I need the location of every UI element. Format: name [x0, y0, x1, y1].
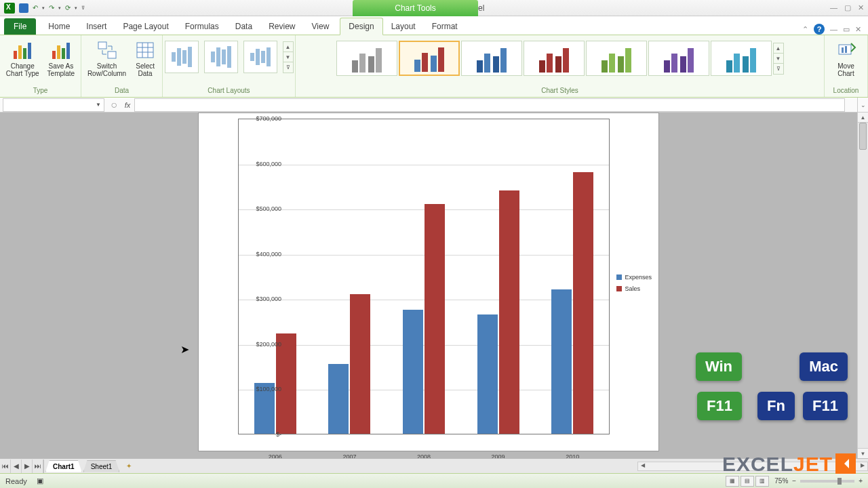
select-data-button[interactable]: Select Data — [133, 38, 157, 79]
change-chart-type-button[interactable]: Change Chart Type — [5, 38, 41, 79]
tab-format[interactable]: Format — [424, 18, 466, 35]
chart-style-1[interactable] — [336, 41, 397, 76]
cancel-formula-icon[interactable]: ○ — [107, 99, 121, 111]
refresh-icon[interactable]: ⟳ — [65, 4, 71, 12]
formula-expand-icon[interactable]: ⌄ — [857, 98, 868, 113]
scrollbar-thumb[interactable] — [859, 123, 867, 150]
minimize-button[interactable]: — — [830, 3, 837, 12]
tab-view[interactable]: View — [304, 18, 338, 35]
chart-layout-3[interactable] — [243, 41, 277, 73]
chart-bar-sales-2009[interactable] — [499, 190, 519, 434]
tab-review[interactable]: Review — [260, 18, 303, 35]
sheet-nav-first[interactable]: ⏮ — [0, 460, 11, 473]
svg-rect-1 — [108, 52, 116, 58]
doc-minimize-button[interactable]: — — [830, 25, 837, 33]
overlay-mac-badge: Mac — [800, 352, 848, 381]
doc-restore-button[interactable]: ▭ — [843, 25, 850, 34]
formula-input[interactable] — [134, 98, 845, 112]
save-icon[interactable] — [19, 3, 28, 13]
chart-style-6[interactable] — [648, 41, 709, 76]
maximize-button[interactable]: ▢ — [844, 3, 851, 12]
ribbon-minimize-icon[interactable]: ⌃ — [802, 25, 808, 34]
tab-data[interactable]: Data — [227, 18, 260, 35]
sheet-tab-sheet1[interactable]: Sheet1 — [83, 460, 120, 472]
view-buttons: ▦ ▤ ▥ — [726, 476, 769, 487]
zoom-slider[interactable] — [800, 480, 854, 483]
sheet-nav-next[interactable]: ▶ — [22, 460, 33, 473]
chart-object[interactable]: Expenses Sales $700,000$600,000$500,000$… — [198, 113, 659, 451]
zoom-out-button[interactable]: − — [792, 477, 796, 485]
chart-style-gallery: ▲▼⊽ — [335, 38, 785, 79]
y-axis-label: $300,000 — [246, 296, 281, 302]
formula-bar: ▼ ○ fx ⌄ — [0, 98, 868, 113]
doc-close-button[interactable]: ✕ — [855, 25, 861, 34]
view-normal-button[interactable]: ▦ — [726, 476, 739, 487]
help-icon[interactable]: ? — [814, 24, 825, 35]
view-page-break-button[interactable]: ▥ — [755, 476, 769, 487]
fx-icon[interactable]: fx — [121, 101, 134, 109]
move-chart-button[interactable]: Move Chart — [834, 38, 859, 79]
x-axis-label: 2009 — [461, 453, 536, 458]
tab-insert[interactable]: Insert — [78, 18, 115, 35]
layout-gallery-scroll[interactable]: ▲▼⊽ — [283, 41, 294, 73]
chart-style-2[interactable] — [399, 41, 460, 76]
exceljet-logo: EXCELJET — [722, 453, 856, 476]
chart-bar-sales-2006[interactable] — [276, 333, 296, 434]
vertical-scrollbar[interactable]: ▲ ▼ — [857, 113, 868, 458]
undo-icon[interactable]: ↶ — [33, 4, 38, 12]
zoom-level[interactable]: 75% — [774, 477, 788, 485]
gridline — [239, 165, 609, 165]
new-sheet-button[interactable]: ✦ — [122, 462, 136, 470]
move-chart-icon — [835, 39, 857, 61]
chart-bar-expenses-2009[interactable] — [477, 314, 498, 434]
ribbon-tabs: File Home Insert Page Layout Formulas Da… — [0, 16, 868, 35]
switch-row-column-button[interactable]: Switch Row/Column — [86, 38, 127, 79]
macro-record-icon[interactable]: ▣ — [37, 476, 43, 485]
zoom-in-button[interactable]: + — [859, 477, 863, 485]
view-page-layout-button[interactable]: ▤ — [741, 476, 754, 487]
tab-home[interactable]: Home — [40, 18, 78, 35]
tab-page-layout[interactable]: Page Layout — [115, 18, 176, 35]
chart-bar-expenses-2007[interactable] — [328, 364, 349, 434]
excel-icon[interactable] — [4, 3, 15, 14]
style-gallery-scroll[interactable]: ▲▼⊽ — [773, 43, 784, 75]
tab-formulas[interactable]: Formulas — [177, 18, 227, 35]
ribbon-group-chart-layouts: ▲▼⊽ Chart Layouts — [163, 35, 296, 97]
file-tab[interactable]: File — [4, 18, 36, 35]
sheet-tab-chart1[interactable]: Chart1 — [45, 460, 82, 472]
chart-layout-1[interactable] — [165, 41, 199, 73]
save-as-template-button[interactable]: Save As Template — [46, 38, 77, 79]
chart-style-3[interactable] — [461, 41, 522, 76]
chart-style-4[interactable] — [524, 41, 585, 76]
chevron-down-icon: ▼ — [96, 102, 101, 108]
x-axis-label: 2007 — [312, 453, 387, 458]
y-axis-label: $100,000 — [246, 386, 281, 392]
chart-bar-expenses-2008[interactable] — [403, 310, 423, 434]
chart-layout-2[interactable] — [204, 41, 238, 73]
tab-layout[interactable]: Layout — [383, 18, 424, 35]
status-ready: Ready — [5, 477, 27, 485]
redo-icon[interactable]: ↷ — [49, 4, 54, 12]
chart-bar-sales-2007[interactable] — [350, 294, 370, 434]
chart-bar-sales-2008[interactable] — [425, 204, 445, 434]
chart-bar-sales-2010[interactable] — [573, 172, 593, 434]
qat-customize-icon[interactable]: ⊽ — [81, 5, 85, 11]
switch-icon — [96, 39, 118, 61]
sheet-nav: ⏮ ◀ ▶ ⏭ — [0, 460, 44, 473]
plot-area[interactable] — [238, 119, 610, 434]
chart-legend[interactable]: Expenses Sales — [616, 270, 652, 296]
chart-style-7[interactable] — [711, 41, 772, 76]
overlay-f11-mac-badge: F11 — [803, 392, 848, 420]
chart-bar-expenses-2010[interactable] — [551, 289, 572, 434]
sheet-nav-prev[interactable]: ◀ — [11, 460, 22, 473]
tab-design[interactable]: Design — [340, 18, 382, 35]
legend-swatch-expenses — [616, 274, 622, 280]
x-axis-label: 2008 — [387, 453, 461, 458]
chart-style-5[interactable] — [586, 41, 647, 76]
name-box[interactable]: ▼ — [3, 98, 104, 112]
close-button[interactable]: ✕ — [858, 3, 864, 12]
sheet-nav-last[interactable]: ⏭ — [33, 460, 43, 473]
ribbon-group-location: Move Chart Location — [825, 35, 868, 97]
y-axis-label: $600,000 — [246, 161, 281, 167]
legend-label-sales: Sales — [625, 285, 640, 292]
